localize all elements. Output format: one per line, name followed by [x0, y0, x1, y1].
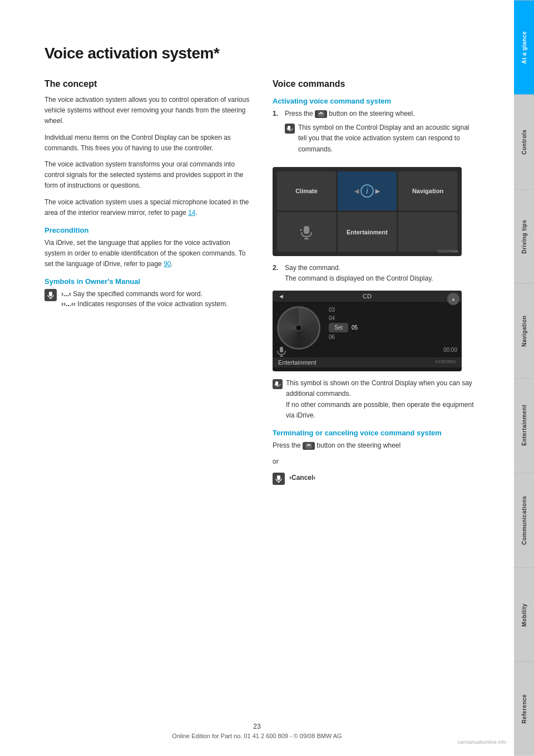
cd-screenshot: ◄ CD ► ▲ 03 04	[273, 291, 462, 371]
cd-time: 00:00	[443, 347, 457, 353]
cancel-text: ›Cancel‹	[289, 473, 315, 485]
svg-rect-6	[304, 226, 309, 234]
sidebar-tab-communications[interactable]: Communications	[514, 473, 534, 567]
step-2-number: 2.	[273, 263, 280, 284]
cd-watermark: V12E3E01	[435, 359, 456, 366]
sidebar-tab-driving-tips[interactable]: Driving tips	[514, 189, 534, 284]
sidebar-tab-entertainment[interactable]: Entertainment	[514, 378, 534, 473]
footer-text: Online Edition for Part no. 01 41 2 600 …	[0, 733, 514, 739]
concept-para-3: The voice activation system transforms y…	[44, 159, 250, 192]
step-2-text: Say the command. The command is displaye…	[285, 263, 433, 284]
cd-track-06: 06	[329, 333, 439, 341]
precondition-heading: Precondition	[44, 226, 250, 234]
page-footer: 23 Online Edition for Part no. 01 41 2 6…	[0, 723, 514, 739]
cd-track-03: 03	[329, 306, 439, 313]
symbols-heading: Symbols in Owner's Manual	[44, 277, 250, 286]
info-icon: i	[360, 184, 374, 198]
cd-set-area: Set 05	[329, 323, 439, 332]
step-1-text: Press the button on the steering wheel.	[285, 109, 478, 160]
sidebar: At a glance Controls Driving tips Naviga…	[514, 0, 534, 756]
nav-cell-climate: Climate	[277, 171, 336, 211]
step-2: 2. Say the command. The command is displ…	[273, 263, 478, 284]
cd-track-05: 05	[352, 324, 358, 331]
cd-center-hole	[295, 325, 302, 331]
nav-cell-entertainment: Entertainment	[338, 212, 397, 252]
concept-heading: The concept	[44, 79, 250, 89]
symbol-list: ›...‹ Say the specified commands word fo…	[44, 289, 250, 309]
step-1: 1. Press the button on the steering whee…	[273, 109, 478, 160]
nav-screenshot: Climate ◄ i ► Navigation	[273, 167, 462, 256]
cd-set-btn: Set	[329, 323, 348, 332]
page-title: Voice activation system*	[44, 45, 478, 62]
sidebar-tab-controls[interactable]: Controls	[514, 95, 534, 189]
right-column: Voice commands Activating voice command …	[273, 79, 478, 489]
sidebar-tab-at-a-glance[interactable]: At a glance	[514, 0, 534, 95]
terminating-or: or	[273, 456, 478, 467]
nav-cell-center: ◄ i ►	[338, 171, 397, 211]
precondition-text: Via iDrive, set the language that applie…	[44, 238, 250, 270]
svg-rect-15	[277, 475, 280, 480]
cancel-symbol-item: ›Cancel‹	[273, 473, 478, 485]
cd-body: 03 04 Set 05 06 00:00	[273, 302, 462, 357]
sidebar-tab-mobility[interactable]: Mobility	[514, 567, 534, 662]
steering-btn-icon-2	[303, 442, 315, 450]
svg-rect-12	[275, 381, 278, 385]
symbol-note-icon	[273, 379, 283, 389]
concept-para-1: The voice activation system allows you t…	[44, 95, 250, 127]
cd-bottom-bar: Entertainment V12E3E01	[273, 357, 462, 367]
cd-entertainment-label: Entertainment	[278, 359, 316, 366]
sidebar-tab-navigation[interactable]: Navigation	[514, 283, 534, 378]
cd-prev-icon: ◄	[278, 293, 284, 300]
page-number: 23	[0, 723, 514, 730]
activating-heading: Activating voice command system	[273, 97, 478, 105]
svg-rect-9	[280, 347, 283, 352]
voice-symbol-icon	[44, 289, 57, 301]
nav-cell-navigation: Navigation	[398, 171, 457, 211]
concept-para-4: The voice activation system uses a speci…	[44, 197, 250, 218]
page-14-link[interactable]: 14	[188, 209, 195, 217]
steering-wheel-btn-icon	[315, 110, 327, 118]
voice-commands-heading: Voice commands	[273, 79, 478, 89]
cancel-symbol-icon	[273, 473, 285, 485]
arrow-left-icon: ◄	[353, 186, 360, 195]
terminating-text-1: Press the button on the steering wheel	[273, 440, 478, 451]
svg-rect-4	[288, 126, 290, 130]
svg-rect-0	[49, 292, 52, 296]
symbol-note: This symbol is shown on the Control Disp…	[273, 378, 478, 421]
cd-time-area: 00:00	[443, 306, 457, 353]
nav-cell-empty	[398, 212, 457, 252]
cd-disc	[277, 306, 320, 350]
activating-step2: 2. Say the command. The command is displ…	[273, 263, 478, 284]
nav-cell-voice	[277, 212, 336, 252]
symbol-text-1: ›...‹ Say the specified commands word fo…	[61, 289, 228, 309]
terminating-heading: Terminating or canceling voice command s…	[273, 429, 478, 437]
cd-voice-icon	[276, 346, 287, 359]
symbol-note-text: This symbol is shown on the Control Disp…	[286, 378, 478, 421]
page-watermark: carmanualsonline.info	[457, 739, 506, 745]
concept-para-2: Individual menu items on the Control Dis…	[44, 132, 250, 154]
left-column: The concept The voice activation system …	[44, 79, 250, 489]
symbol-item-1: ›...‹ Say the specified commands word fo…	[44, 289, 250, 309]
arrow-right-icon: ►	[374, 186, 382, 195]
cd-track-04: 04	[329, 315, 439, 322]
cd-corner-btn: ▲	[447, 293, 459, 305]
nav-screenshot-watermark: C01V0WA	[438, 249, 458, 254]
page-90-link[interactable]: 90	[164, 260, 171, 268]
cd-label: CD	[363, 293, 372, 300]
sidebar-tab-reference[interactable]: Reference	[514, 661, 534, 756]
activating-steps: 1. Press the button on the steering whee…	[273, 109, 478, 160]
cd-tracks: 03 04 Set 05 06	[329, 306, 439, 353]
voice-icon	[299, 224, 314, 240]
step-1-note: This symbol on the Control Display and a…	[285, 122, 478, 155]
cd-topbar: ◄ CD ► ▲	[273, 291, 462, 302]
voice-note-icon	[285, 124, 295, 134]
step-1-number: 1.	[273, 109, 280, 160]
